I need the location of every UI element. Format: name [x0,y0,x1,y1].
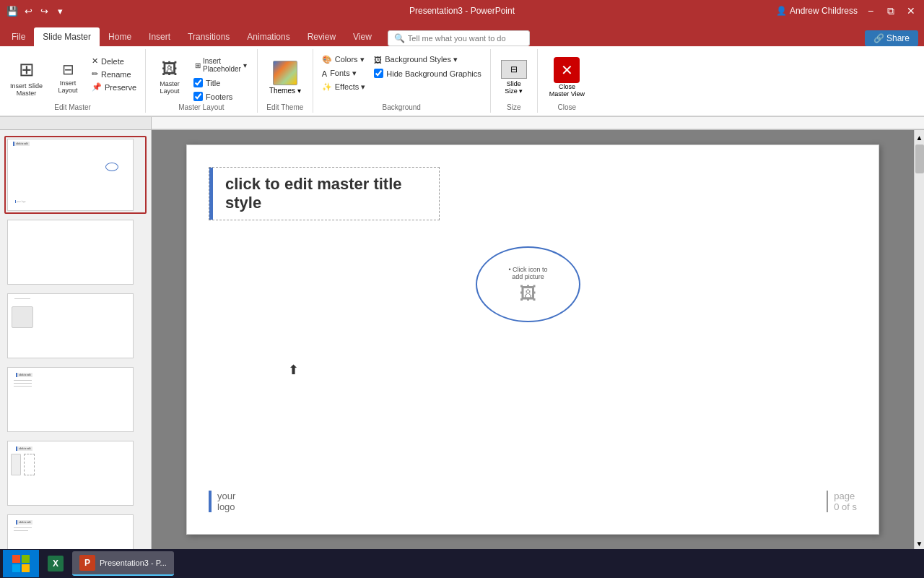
svg-rect-3 [12,564,20,572]
hide-bg-graphics-checkbox[interactable]: Hide Background Graphics [371,67,484,79]
edit-master-stack: ✕ Delete ✏ Rename 📌 Preserve [89,52,139,93]
rename-button[interactable]: ✏ Rename [89,68,139,80]
page-text: page0 of s [834,491,857,512]
effects-label: Effects ▾ [335,82,365,92]
slide-canvas: click to edit master title style • Click… [186,144,879,535]
master-layout-icon: 🖼 [162,60,178,79]
themes-button[interactable]: Themes ▾ [263,52,307,103]
slide-canvas-area[interactable]: click to edit master title style • Click… [152,130,914,551]
picture-icon: 🖼 [520,283,537,303]
ribbon-divider [0,116,924,116]
scroll-up[interactable]: ▲ [915,130,924,144]
tab-transitions[interactable]: Transitions [179,27,238,46]
rename-label: Rename [101,70,131,79]
ruler-ticks [152,117,924,129]
restore-button[interactable]: ⧉ [884,4,898,18]
title-bar-left: 💾 ↩ ↪ ▾ [6,4,66,17]
colors-button[interactable]: 🎨 Colors ▾ [319,53,368,66]
tell-me-input[interactable] [408,34,523,43]
title-bar-title: Presentation3 - PowerPoint [409,6,515,16]
group-size: ⊟ SlideSize ▾ Size [491,49,538,113]
mini-logo-1: your logo [12,199,28,204]
mini-oval-1 [105,161,118,173]
close-master-icon: ✕ [554,57,580,83]
mini-title-1: click to edit [13,142,30,146]
delete-button[interactable]: ✕ Delete [89,55,139,67]
effects-icon: ✨ [322,82,332,92]
picture-oval-placeholder[interactable]: • Click icon toadd picture 🖼 [476,246,580,322]
scroll-thumb[interactable] [915,144,924,173]
slide-panel: click to edit your logo [0,130,152,551]
ruler [0,117,924,130]
slide-size-icon: ⊟ [501,60,527,79]
insert-layout-button[interactable]: ⊟ InsertLayout [50,52,86,103]
master-layout-label: MasterLayout [160,80,180,95]
tab-home[interactable]: Home [100,27,140,46]
ribbon: File Slide Master Home Insert Transition… [0,22,924,117]
taskbar-powerpoint[interactable]: P Presentation3 - P... [72,551,174,576]
start-button[interactable] [3,550,39,577]
svg-rect-4 [22,564,30,572]
taskbar-excel[interactable]: X [40,551,71,576]
title-checkbox[interactable]: Title [191,77,251,89]
slide-size-label: SlideSize ▾ [505,80,523,95]
slide-thumb-2-preview [7,220,134,285]
title-bar: 💾 ↩ ↪ ▾ Presentation3 - PowerPoint 👤 And… [0,0,924,22]
save-icon[interactable]: 💾 [6,4,19,17]
tab-file[interactable]: File [3,27,34,46]
close-master-view-button[interactable]: ✕ CloseMaster View [544,52,590,103]
svg-rect-1 [12,555,20,563]
tell-me-box[interactable]: 🔍 [388,30,530,46]
mini-content-4: click to edit [8,368,38,390]
insert-placeholder-button[interactable]: ⊞ InsertPlaceholder ▾ [191,55,251,75]
undo-icon[interactable]: ↩ [22,4,35,17]
minimize-button[interactable]: − [863,4,878,18]
svg-rect-2 [22,555,30,563]
slide-size-button[interactable]: ⊟ SlideSize ▾ [497,52,531,103]
tab-insert[interactable]: Insert [140,27,179,46]
cursor-indicator: ⬆ [288,362,299,378]
slide-thumb-6[interactable]: click to edit [4,512,147,551]
title-bar-right: 👤 Andrew Childress − ⧉ ✕ [776,4,918,18]
vertical-scrollbar[interactable]: ▲ ▼ [914,130,924,551]
insert-layout-icon: ⊟ [62,61,74,78]
themes-label: Themes ▾ [269,87,301,95]
fonts-icon: A [322,69,327,78]
background-styles-button[interactable]: 🖼 Background Styles ▾ [371,53,484,66]
tab-slide-master[interactable]: Slide Master [34,27,100,46]
page-placeholder[interactable]: page0 of s [827,491,857,512]
powerpoint-icon: P [79,555,95,571]
preserve-button[interactable]: 📌 Preserve [89,81,139,93]
master-layout-button[interactable]: 🖼 MasterLayout [152,52,188,103]
slide-thumb-1[interactable]: click to edit your logo [4,136,147,214]
group-close: ✕ CloseMaster View Close [538,49,596,113]
ribbon-content: ⊞ Insert SlideMaster ⊟ InsertLayout ✕ De… [0,46,924,116]
delete-label: Delete [101,57,124,66]
footers-checkbox[interactable]: Footers [191,90,251,103]
taskbar-pp-label: Presentation3 - P... [100,558,167,567]
user-icon: 👤 [776,6,787,16]
scroll-track[interactable] [915,144,924,536]
slide-thumb-5[interactable]: click to edit [4,438,147,509]
tab-view[interactable]: View [344,27,380,46]
close-button[interactable]: ✕ [904,4,918,18]
delete-icon: ✕ [92,56,98,66]
effects-button[interactable]: ✨ Effects ▾ [319,81,368,93]
logo-placeholder[interactable]: your logo [209,491,235,512]
excel-icon: X [48,556,64,571]
slide-thumb-3[interactable] [4,290,147,361]
redo-icon[interactable]: ↪ [38,4,51,17]
customize-icon[interactable]: ▾ [53,4,66,17]
insert-slide-master-button[interactable]: ⊞ Insert SlideMaster [6,52,47,103]
fonts-button[interactable]: A Fonts ▾ [319,67,368,79]
tab-animations[interactable]: Animations [238,27,298,46]
edit-theme-label: Edit Theme [266,103,303,111]
scroll-down[interactable]: ▼ [915,536,924,551]
slide-thumb-2[interactable] [4,217,147,288]
slide-thumb-4[interactable]: click to edit [4,364,147,435]
tab-review[interactable]: Review [299,27,344,46]
share-button[interactable]: 🔗 Share [865,30,918,46]
title-placeholder[interactable]: click to edit master title style [209,167,440,220]
slide-thumb-6-preview: click to edit [7,514,134,551]
hide-bg-label: Hide Background Graphics [386,69,481,78]
